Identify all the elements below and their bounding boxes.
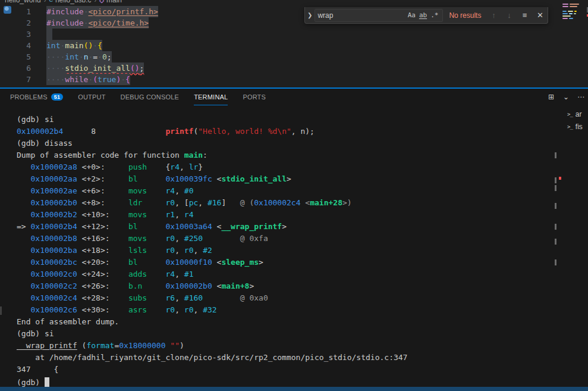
find-input[interactable] (317, 11, 405, 20)
panel-tab-debug-console[interactable]: DEBUG CONSOLE (121, 89, 180, 105)
selection-highlight: #include·<pico/time.h> (46, 17, 149, 29)
find-results-count: No results (445, 11, 485, 20)
minimap[interactable] (562, 4, 587, 31)
terminal-line: at /home/fadhil_riyanto/git_clone/pico-s… (17, 352, 561, 364)
find-previous-icon[interactable]: ↑ (487, 9, 500, 22)
panel-tab-ports[interactable]: PORTS (243, 89, 266, 105)
breadcrumb-label: hello_world (5, 0, 41, 4)
breadcrumb-item[interactable]: hello_world (5, 0, 41, 4)
code-line[interactable]: 4int·main()·{ (0, 40, 588, 51)
terminal-tab-list: >_ar>_fis (565, 108, 588, 133)
terminal-line: 0x100002c4 <+28>: subs r6, #160 @ 0xa0 (17, 292, 561, 304)
panel-actions: ⊞⌄⋯ (546, 89, 586, 105)
c-file-icon: C (49, 0, 53, 3)
selection-highlight: ····int·n·=·0; (46, 51, 112, 62)
code-line[interactable]: 6····stdio_init_all(); (0, 62, 588, 74)
terminal-line: 347 { (17, 364, 561, 376)
panel-header: PROBLEMS51OUTPUTDEBUG CONSOLETERMINALPOR… (0, 89, 588, 105)
breadcrumb-label: main (106, 0, 122, 4)
terminal-icon: >_ (567, 111, 573, 117)
chevron-down-icon[interactable]: ⌄ (561, 93, 571, 101)
terminal-line: (gdb) disass (17, 137, 561, 149)
whole-word-toggle[interactable]: ab (417, 11, 429, 19)
terminal-line: (gdb) si (17, 114, 561, 126)
editor-pane[interactable]: hello_world›Chello_usb.c›◇main 1#include… (0, 0, 588, 87)
overview-ruler-mark (555, 185, 556, 191)
selection-highlight: ····while·(true)·{ (46, 74, 130, 85)
overview-ruler-error-mark (559, 177, 561, 180)
find-next-icon[interactable]: ↓ (502, 9, 515, 22)
code-line[interactable]: 3 (0, 29, 588, 40)
terminal-line: __wrap_printf (format=0x18000000 "") (17, 340, 561, 352)
panel-tab-terminal[interactable]: TERMINAL (194, 89, 228, 105)
terminal-line: 0x100002b0 <+8>: ldr r0, [pc, #16] @ (0x… (17, 197, 561, 209)
line-number: 4 (0, 40, 31, 51)
overview-ruler-mark (555, 259, 556, 265)
minimap-line (562, 8, 587, 10)
line-number: 7 (0, 74, 31, 85)
line-number: 5 (0, 51, 31, 62)
vscode-window: hello_world›Chello_usb.c›◇main 1#include… (0, 0, 588, 391)
more-actions-icon[interactable]: ⋯ (576, 93, 586, 101)
terminal-line: 0x100002ba <+18>: lsls r0, r0, #2 (17, 245, 561, 257)
panel-layout-icon[interactable]: ⊞ (546, 93, 556, 101)
regex-toggle[interactable]: .* (429, 11, 440, 19)
overview-ruler-mark (555, 203, 556, 209)
close-icon[interactable]: ✕ (533, 9, 546, 22)
terminal-icon: >_ (567, 124, 573, 130)
terminal-line: 0x100002a8 <+0>: push {r4, lr} (17, 161, 561, 173)
panel-tab-output[interactable]: OUTPUT (78, 89, 105, 105)
gutter-debug-icon[interactable] (4, 6, 11, 14)
overview-ruler-mark (555, 224, 556, 230)
terminal-cursor (45, 377, 49, 387)
bottom-panel: PROBLEMS51OUTPUTDEBUG CONSOLETERMINALPOR… (0, 87, 588, 391)
terminal-tab-label: fis (576, 123, 583, 131)
match-case-toggle[interactable]: Aa (406, 11, 417, 19)
find-in-selection-icon[interactable]: ≡ (518, 9, 531, 22)
panel-tab-bar: PROBLEMS51OUTPUTDEBUG CONSOLETERMINALPOR… (10, 89, 281, 105)
terminal-tab-label: ar (576, 110, 582, 118)
selection-highlight: int·main()·{ (46, 40, 102, 51)
chevron-right-icon: › (44, 0, 46, 4)
breadcrumb-item[interactable]: ◇main (99, 0, 122, 4)
overview-ruler-mark (555, 239, 556, 245)
terminal-tab-ar[interactable]: >_ar (565, 108, 588, 120)
breadcrumb-item[interactable]: Chello_usb.c (49, 0, 91, 4)
minimap-line (562, 15, 587, 17)
find-input-box: Aa ab .* (315, 9, 443, 22)
selection-highlight: ····stdio_init_all(); (46, 62, 144, 74)
terminal-tab-fis[interactable]: >_fis (565, 120, 588, 133)
status-bar: c 10.3-2.1/202UTF-8LFC (0, 387, 588, 391)
terminal-line: 0x100002ae <+6>: movs r4, #0 (17, 185, 561, 197)
overview-ruler-mark (555, 152, 556, 158)
code-line[interactable]: 5····int·n·=·0; (0, 51, 588, 62)
selection-highlight (46, 29, 52, 40)
minimap-line (562, 18, 587, 19)
terminal-line: 0x100002c2 <+26>: b.n 0x100002b0 <main+8… (17, 280, 561, 292)
terminal-line: (gdb) si (17, 328, 561, 340)
line-number: 3 (0, 29, 31, 40)
terminal-line: 0x100002c0 <+24>: adds r4, #1 (17, 268, 561, 280)
terminal-output[interactable]: (gdb) si0x100002b4 8 printf("Hello, worl… (0, 105, 561, 391)
overview-ruler-mark (555, 177, 556, 183)
minimap-line (562, 4, 587, 5)
symbol-method-icon: ◇ (99, 0, 104, 4)
terminal-line: (gdb) (17, 376, 561, 387)
breadcrumb[interactable]: hello_world›Chello_usb.c›◇main (5, 0, 122, 6)
toggle-replace-chevron-icon[interactable]: ❯ (307, 12, 312, 18)
breadcrumb-label: hello_usb.c (55, 0, 92, 4)
terminal-line: 0x100002aa <+2>: bl 0x100039fc <stdio_in… (17, 173, 561, 185)
terminal-line: 0x100002bc <+20>: bl 0x10000f10 <sleep_m… (17, 257, 561, 268)
problems-badge: 51 (51, 93, 63, 101)
terminal-line: 0x100002c6 <+30>: asrs r0, r0, #32 (17, 304, 561, 316)
code-line[interactable]: 7····while·(true)·{ (0, 74, 588, 85)
terminal-line: Dump of assembler code for function main… (17, 149, 561, 161)
terminal-line: End of assembler dump. (17, 316, 561, 328)
terminal-line: 0x100002b8 <+16>: movs r0, #250 @ 0xfa (17, 233, 561, 245)
panel-tab-problems[interactable]: PROBLEMS51 (10, 89, 63, 105)
terminal-line: 0x100002b4 8 printf("Hello, world! %d\n"… (17, 126, 561, 137)
minimap-line (562, 6, 587, 7)
chevron-right-icon: › (95, 0, 97, 4)
selection-highlight: #include·<pico/printf.h> (46, 6, 158, 17)
line-number: 6 (0, 62, 31, 74)
